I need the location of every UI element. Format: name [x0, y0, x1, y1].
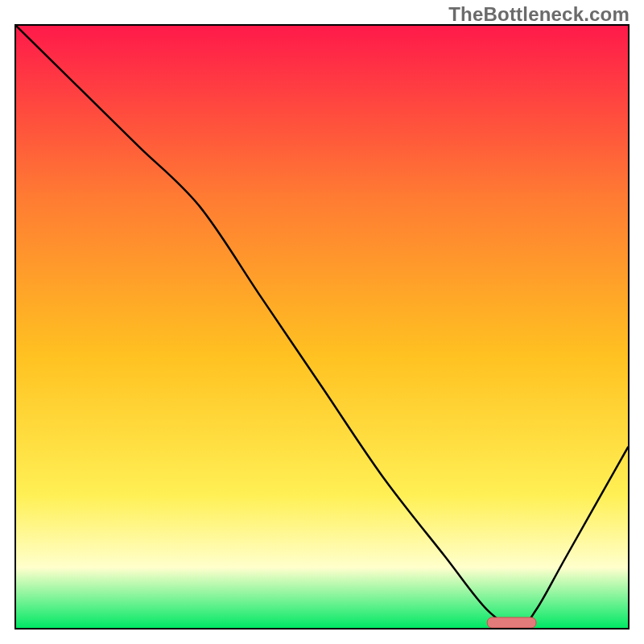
plot-frame [14, 24, 630, 630]
chart-container: { "watermark": "TheBottleneck.com", "col… [0, 0, 644, 644]
chart-svg [16, 26, 628, 628]
watermark-text: TheBottleneck.com [448, 3, 630, 26]
optimal-marker [487, 617, 536, 628]
